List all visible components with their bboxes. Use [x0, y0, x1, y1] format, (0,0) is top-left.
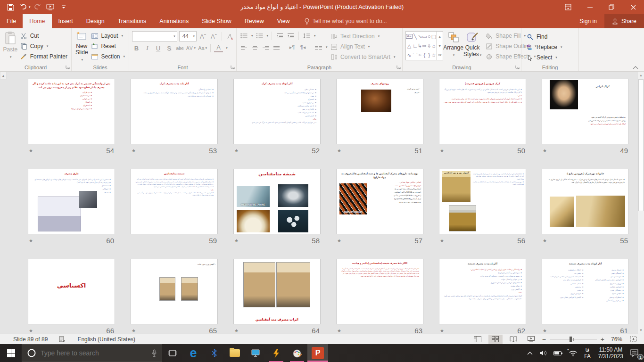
customize-qat-icon[interactable] [57, 0, 70, 14]
scroll-down-icon[interactable]: ▼ [638, 327, 644, 334]
align-right-button[interactable] [261, 42, 270, 52]
language-indicator[interactable]: English (United States) [77, 336, 135, 343]
slide-thumbnail-62[interactable]: آثاربلندمدت مصرف شیشه◄ وابستگی و حالت جن… [439, 259, 526, 324]
tab-insert[interactable]: Insert [52, 14, 80, 28]
slide-thumbnail-57[interactable]: نوع ماده: داروهای محرک آمفتامین ها و شبه… [336, 169, 423, 234]
slide-thumbnail-63[interactable]: BCارتباط مصرف شیشه (متامفتامین )با ایدز … [336, 259, 423, 324]
slide-thumbnail-50[interactable]: کرک هروئین ( هروئین فشرده )◄ این ماده هم… [439, 79, 526, 144]
text-shadow-button[interactable]: S [165, 43, 173, 53]
select-button[interactable]: Select▾ [524, 52, 577, 63]
drawing-dialog-launcher-icon[interactable] [515, 65, 520, 69]
powerpoint-taskbar-icon[interactable]: P [307, 344, 328, 362]
start-from-beginning-icon[interactable] [44, 0, 57, 14]
shape-elbow-arrow-connector[interactable]: ↳ [418, 43, 422, 49]
align-text-button[interactable]: Align Text▾ [328, 41, 397, 52]
winamp-icon[interactable] [266, 344, 287, 362]
sign-in-link[interactable]: Sign in [572, 14, 604, 28]
italic-button[interactable]: I [143, 43, 152, 53]
bold-button[interactable]: B [132, 43, 141, 53]
slide-thumbnail-53[interactable]: آثار بلند مدت مصرف کرک◄ اعتیاد و وابستگی… [131, 79, 218, 144]
paragraph-dialog-launcher-icon[interactable] [396, 65, 401, 69]
slide-thumbnail-49[interactable]: کراک ایرانی :به قطعات فشرده هروئین کراک … [542, 79, 629, 144]
convert-to-smartart-button[interactable]: Convert to SmartArt▾ [328, 52, 397, 62]
arrange-button[interactable]: Arrange▾ [443, 30, 463, 63]
tab-view[interactable]: View [271, 14, 297, 28]
zoom-slider-thumb[interactable] [570, 337, 572, 342]
shape-right-arrow[interactable]: ⇨ [422, 43, 427, 49]
shape-textbox[interactable]: A≡ [406, 34, 413, 39]
line-spacing-button[interactable] [302, 31, 311, 41]
align-center-button[interactable] [250, 42, 259, 52]
reset-button[interactable]: Reset [89, 41, 127, 51]
save-icon[interactable] [4, 0, 17, 14]
copy-button[interactable]: Copy▾ [18, 41, 69, 51]
slide-thumbnail-54[interactable]: پس از وابستگی جسمی به کرک بدن فرد به این… [28, 79, 115, 144]
tab-transitions[interactable]: Transitions [111, 14, 153, 28]
slide-show-button[interactable] [524, 335, 538, 344]
zoom-in-button[interactable]: + [601, 336, 604, 343]
slide-thumbnail-52[interactable]: آثار کوتاه مدت مصرف کرک◄ خشکی دهان◄ در د… [233, 79, 321, 144]
scroll-up-icon[interactable]: ▲ [638, 72, 644, 79]
redo-button[interactable] [31, 0, 44, 14]
slide-counter[interactable]: Slide 89 of 89 [13, 336, 48, 343]
hidden-icons-chevron[interactable] [524, 344, 536, 362]
start-button[interactable] [0, 344, 22, 362]
taskbar-clock[interactable]: 11:50 AM7/31/2023 [594, 346, 627, 360]
shape-freeform[interactable]: ⌂ [432, 43, 436, 49]
cut-button[interactable]: Cut [18, 31, 69, 41]
edge-icon[interactable]: e [183, 344, 204, 362]
bluetooth-icon[interactable] [204, 344, 224, 362]
clipboard-dialog-launcher-icon[interactable] [66, 65, 70, 69]
fit-slide-to-window-button[interactable] [626, 335, 640, 344]
search-input[interactable] [41, 349, 147, 357]
shapes-more-icon[interactable]: ≡▾ [437, 50, 443, 60]
shape-rectangle[interactable]: ▭ [422, 34, 427, 39]
columns-button[interactable] [314, 42, 323, 52]
ltr-direction-button[interactable]: ▸¶ [288, 42, 297, 52]
shape-arc[interactable]: ⌒ [413, 53, 418, 58]
font-dialog-launcher-icon[interactable] [231, 65, 235, 69]
language-switcher[interactable]: فاFA [580, 347, 594, 359]
bullets-button[interactable] [239, 31, 248, 41]
volume-icon[interactable] [536, 344, 550, 362]
slide-thumbnail-66[interactable]: اکستاسی [28, 259, 115, 324]
shape-curve[interactable]: ≈ [419, 53, 421, 58]
change-case-button[interactable]: Aa▾ [198, 43, 207, 53]
slide-thumbnail-65[interactable]: • کاهش وزن بدون علت. [131, 259, 218, 324]
shapes-scroll-down-icon[interactable]: ▼ [437, 41, 443, 50]
paste-button[interactable]: Paste▾ [3, 30, 18, 63]
tab-review[interactable]: Review [238, 14, 271, 28]
collapse-ribbon-icon[interactable] [633, 66, 638, 69]
share-button[interactable]: Share [604, 14, 644, 28]
tab-design[interactable]: Design [80, 14, 111, 28]
shape-oval[interactable]: ○ [428, 34, 431, 39]
shape-elbow-connector[interactable]: ∟ [413, 43, 418, 49]
underline-button[interactable]: U [154, 43, 163, 53]
battery-icon[interactable] [550, 344, 566, 362]
character-spacing-button[interactable]: AV▾ [186, 43, 196, 53]
minimize-button[interactable] [579, 0, 601, 14]
rtl-direction-button[interactable]: ¶◂ [298, 42, 307, 52]
replace-button[interactable]: abacReplace▾ [524, 42, 577, 52]
slide-thumbnail-59[interactable]: شیشه متامفتامین◄ متامفتامین یک ماده محرک… [131, 169, 218, 234]
shape-down-arrow[interactable]: ⇩ [427, 43, 431, 49]
task-view-button[interactable] [162, 344, 183, 362]
shape-left-brace[interactable]: { [424, 53, 426, 58]
justify-button[interactable] [272, 42, 281, 52]
strikethrough-button[interactable]: abc [175, 43, 184, 53]
scroll-corner-box[interactable]: ▲ [0, 72, 7, 80]
zoom-percentage[interactable]: 76% [608, 336, 622, 343]
normal-view-button[interactable] [471, 335, 485, 344]
format-painter-button[interactable]: Format Painter [18, 51, 69, 62]
grow-font-button[interactable]: Aˆ [198, 32, 207, 41]
zoom-out-button[interactable]: − [542, 336, 546, 343]
shrink-font-button[interactable]: Aˇ [209, 32, 218, 41]
spell-check-icon[interactable] [59, 336, 66, 343]
file-explorer-icon[interactable] [224, 344, 245, 362]
zoom-slider[interactable] [550, 335, 597, 344]
scrollbar-thumb[interactable] [638, 79, 644, 211]
shape-star[interactable]: ☆ [431, 53, 436, 58]
slide-thumbnail-64[interactable]: اثرات مصرف مت آمفتامین [233, 259, 321, 324]
slide-thumbnail-61[interactable]: آثار کوتاه مدت مصرف شیشه◄ تحریک پذیری◄ آ… [542, 259, 629, 324]
undo-button[interactable] [17, 0, 30, 14]
